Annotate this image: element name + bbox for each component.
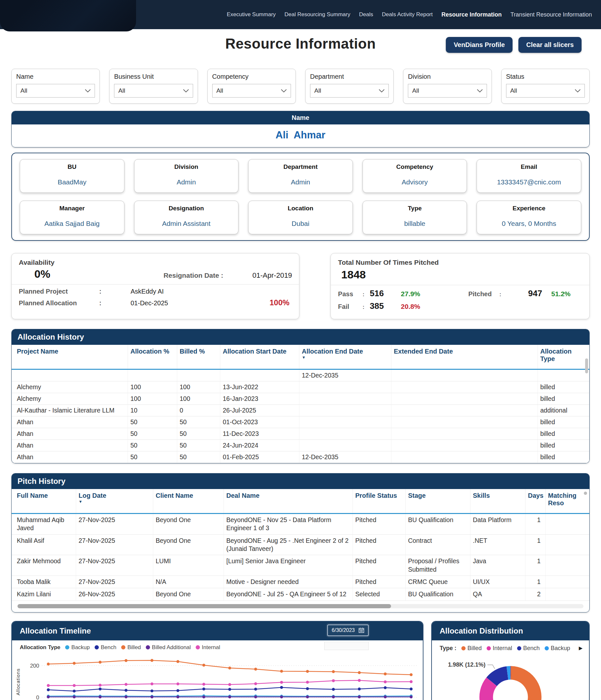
- data-point[interactable]: [177, 689, 179, 692]
- data-point[interactable]: [410, 696, 413, 698]
- legend-item-bench[interactable]: Bench: [95, 644, 116, 651]
- column-header-log-date[interactable]: Log Date▼: [76, 489, 153, 514]
- data-point[interactable]: [151, 689, 154, 692]
- data-point[interactable]: [228, 667, 231, 670]
- data-point[interactable]: [410, 680, 413, 683]
- data-point[interactable]: [177, 696, 179, 698]
- data-point[interactable]: [177, 660, 179, 663]
- column-header-days[interactable]: Days: [525, 489, 545, 514]
- table-row[interactable]: 12-Dec-2035: [12, 370, 589, 381]
- column-header-extended-end-date[interactable]: Extended End Date: [391, 345, 537, 370]
- data-point[interactable]: [99, 688, 102, 690]
- vendians-profile-button[interactable]: VenDians Profile: [446, 37, 512, 53]
- column-header-skills[interactable]: Skills: [470, 489, 525, 514]
- data-point[interactable]: [306, 687, 309, 690]
- column-header-allocation[interactable]: Allocation %: [128, 345, 177, 370]
- data-point[interactable]: [202, 688, 205, 690]
- data-point[interactable]: [332, 696, 335, 698]
- table-row[interactable]: Al-Kauthar - Islamic Literature LLM10026…: [12, 405, 589, 417]
- table-row[interactable]: Athan505001-Oct-2023billed: [12, 417, 589, 428]
- data-point[interactable]: [125, 683, 128, 686]
- slicer-dropdown-department[interactable]: All: [310, 84, 389, 98]
- data-point[interactable]: [384, 672, 387, 675]
- data-point[interactable]: [202, 664, 205, 667]
- data-point[interactable]: [280, 686, 283, 689]
- legend-item-internal[interactable]: Internal: [196, 644, 220, 651]
- nav-tab-executive-summary[interactable]: Executive Summary: [227, 11, 276, 18]
- data-point[interactable]: [151, 682, 154, 685]
- nav-tab-deals-activity-report[interactable]: Deals Activity Report: [382, 11, 433, 18]
- data-point[interactable]: [280, 681, 283, 684]
- slicer-dropdown-division[interactable]: All: [408, 84, 486, 98]
- data-point[interactable]: [280, 670, 283, 672]
- table-row[interactable]: Muhammad Aqib Javed27-Nov-2025Beyond One…: [12, 514, 589, 535]
- nav-tab-resource-information[interactable]: Resource Information: [442, 11, 502, 18]
- data-point[interactable]: [384, 686, 387, 689]
- data-point[interactable]: [228, 688, 231, 691]
- legend-item-backup[interactable]: Backup: [545, 645, 570, 652]
- data-point[interactable]: [99, 660, 102, 664]
- column-header-allocation-type[interactable]: Allocation Type: [537, 345, 589, 370]
- data-point[interactable]: [332, 688, 335, 691]
- column-header-profile-status[interactable]: Profile Status: [352, 489, 405, 514]
- data-point[interactable]: [254, 668, 257, 671]
- clear-all-slicers-button[interactable]: Clear all slicers: [518, 37, 581, 53]
- data-point[interactable]: [254, 696, 257, 698]
- horizontal-scrollbar[interactable]: [18, 604, 583, 608]
- table-row[interactable]: Athan505024-Jun-2024billed: [12, 440, 589, 451]
- column-header-full-name[interactable]: Full Name: [12, 489, 76, 514]
- column-header-project-name[interactable]: Project Name: [12, 345, 128, 370]
- data-point[interactable]: [254, 688, 257, 691]
- data-point[interactable]: [306, 670, 309, 673]
- table-row[interactable]: Khalil Asif27-Nov-2025Beyond OneBeyondON…: [12, 534, 589, 555]
- data-point[interactable]: [306, 680, 309, 683]
- data-point[interactable]: [177, 682, 179, 685]
- data-point[interactable]: [228, 696, 231, 698]
- data-point[interactable]: [125, 689, 128, 692]
- data-point[interactable]: [202, 696, 205, 698]
- data-point[interactable]: [47, 684, 50, 687]
- data-point[interactable]: [384, 696, 387, 698]
- legend-item-billed[interactable]: Billed: [121, 644, 141, 651]
- data-point[interactable]: [125, 696, 128, 698]
- data-point[interactable]: [73, 684, 76, 687]
- column-header-client-name[interactable]: Client Name: [153, 489, 224, 514]
- data-point[interactable]: [384, 680, 387, 683]
- table-row[interactable]: Tooba Malik27-Nov-2025N/AMotive - Design…: [12, 576, 589, 588]
- slicer-dropdown-business-unit[interactable]: All: [114, 84, 193, 98]
- data-point[interactable]: [47, 688, 50, 691]
- scrollbar-dot[interactable]: [584, 492, 587, 495]
- legend-item-bench[interactable]: Bench: [517, 645, 540, 652]
- table-row[interactable]: Zakir Mehmood27-Nov-2025LUMI[Lumi] Senio…: [12, 555, 589, 576]
- data-point[interactable]: [47, 662, 50, 665]
- data-point[interactable]: [254, 682, 257, 685]
- data-point[interactable]: [228, 683, 231, 686]
- slicer-dropdown-name[interactable]: All: [16, 84, 95, 98]
- data-point[interactable]: [410, 688, 413, 690]
- scrollbar-thumb[interactable]: [18, 604, 391, 608]
- data-point[interactable]: [358, 679, 361, 682]
- data-point[interactable]: [280, 696, 283, 698]
- data-point[interactable]: [332, 679, 335, 682]
- nav-tab-deals[interactable]: Deals: [359, 11, 373, 18]
- data-point[interactable]: [358, 671, 361, 674]
- data-point[interactable]: [99, 696, 102, 698]
- data-point[interactable]: [410, 673, 413, 676]
- nav-tab-transient-resource-information[interactable]: Transient Resource Information: [510, 11, 592, 18]
- table-row[interactable]: Alchemy10010016-Jan-2023billed: [12, 393, 589, 405]
- column-header-allocation-end-date[interactable]: Allocation End Date▼: [299, 345, 391, 370]
- legend-scroll-right-icon[interactable]: ▶: [579, 645, 582, 651]
- legend-item-billed[interactable]: Billed: [461, 645, 482, 652]
- data-point[interactable]: [73, 696, 76, 698]
- data-point[interactable]: [151, 696, 154, 698]
- table-row[interactable]: Alchemy10010013-Jun-2022billed: [12, 381, 589, 393]
- legend-item-internal[interactable]: Internal: [486, 645, 512, 652]
- slicer-dropdown-status[interactable]: All: [506, 84, 585, 98]
- column-header-matching-reso[interactable]: Matching Reso: [545, 489, 589, 514]
- data-point[interactable]: [306, 696, 309, 698]
- legend-item-billed-additional[interactable]: Billed Additional: [146, 644, 191, 651]
- table-row[interactable]: Athan505001-Feb-202512-Dec-2035billed: [12, 451, 589, 463]
- data-point[interactable]: [125, 659, 128, 662]
- data-point[interactable]: [358, 688, 361, 690]
- column-header-stage[interactable]: Stage: [405, 489, 470, 514]
